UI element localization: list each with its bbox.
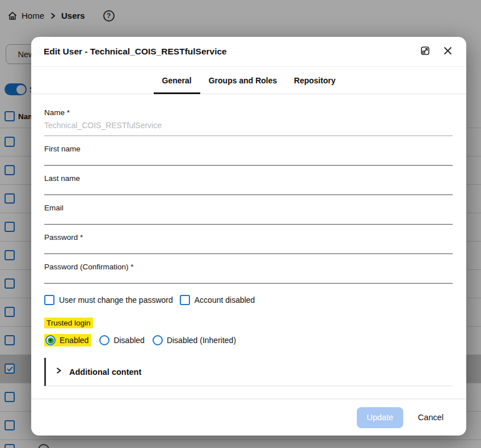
close-dialog-button[interactable] <box>443 46 453 57</box>
last-name-field: Last name <box>44 175 453 195</box>
expand-icon <box>420 45 431 58</box>
dialog-body: Name * Technical_COIS_RESTfulService Fir… <box>31 94 466 399</box>
must-change-password-checkbox[interactable] <box>44 295 54 305</box>
account-options: User must change the password Account di… <box>44 295 453 305</box>
dialog-footer: Update Cancel <box>31 399 466 436</box>
dialog-title: Edit User - Technical_COIS_RESTfulServic… <box>44 47 420 57</box>
must-change-password-label: User must change the password <box>59 295 173 305</box>
disabled-radio[interactable] <box>99 335 109 345</box>
chevron-right-icon <box>54 366 62 377</box>
last-name-label: Last name <box>44 175 453 183</box>
first-name-input[interactable] <box>44 165 453 166</box>
disabled-inherited-label: Disabled (Inherited) <box>167 336 236 345</box>
expand-dialog-button[interactable] <box>420 45 431 58</box>
last-name-input[interactable] <box>44 195 453 195</box>
additional-content-label: Additional content <box>69 367 141 377</box>
disabled-inherited-radio[interactable] <box>153 335 163 345</box>
edit-user-dialog: Edit User - Technical_COIS_RESTfulServic… <box>31 37 466 436</box>
dialog-tabs: General Groups and Roles Repository <box>31 67 466 94</box>
close-icon <box>443 46 453 57</box>
email-label: Email <box>44 204 453 212</box>
enabled-label: Enabled <box>60 336 88 345</box>
trusted-login-disabled-option: Disabled <box>99 335 144 345</box>
password-label: Password * <box>44 234 453 242</box>
password-input[interactable] <box>44 253 453 254</box>
account-disabled-checkbox[interactable] <box>180 295 190 305</box>
cancel-button[interactable]: Cancel <box>415 412 447 422</box>
password-confirmation-field: Password (Confirmation) * <box>44 263 453 284</box>
password-field: Password * <box>44 234 453 254</box>
account-disabled-label: Account disabled <box>195 295 255 305</box>
first-name-label: First name <box>44 145 453 153</box>
name-label: Name * <box>44 109 453 117</box>
password-confirmation-input[interactable] <box>44 283 453 284</box>
tab-repository[interactable]: Repository <box>285 67 344 94</box>
update-button[interactable]: Update <box>357 407 403 428</box>
account-disabled-option: Account disabled <box>180 295 255 305</box>
name-field: Name * Technical_COIS_RESTfulService <box>44 109 453 136</box>
name-value: Technical_COIS_RESTfulService <box>44 121 453 130</box>
trusted-login-radio-group: Enabled Disabled Disabled (Inherited) <box>44 334 453 346</box>
dialog-header: Edit User - Technical_COIS_RESTfulServic… <box>31 37 466 67</box>
trusted-login-enabled-option: Enabled <box>44 334 91 346</box>
email-input[interactable] <box>44 224 453 225</box>
password-confirmation-label: Password (Confirmation) * <box>44 263 453 271</box>
trusted-login-disabled-inherited-option: Disabled (Inherited) <box>153 335 236 345</box>
must-change-password-option: User must change the password <box>44 295 173 305</box>
email-field: Email <box>44 204 453 225</box>
name-input[interactable] <box>44 136 453 136</box>
first-name-field: First name <box>44 145 453 166</box>
additional-content-expander[interactable]: Additional content <box>44 358 453 386</box>
tab-groups-and-roles[interactable]: Groups and Roles <box>200 67 286 94</box>
trusted-login-label: Trusted login <box>44 318 93 328</box>
tab-general[interactable]: General <box>154 67 200 94</box>
disabled-label: Disabled <box>113 336 144 345</box>
enabled-radio[interactable] <box>45 335 56 345</box>
